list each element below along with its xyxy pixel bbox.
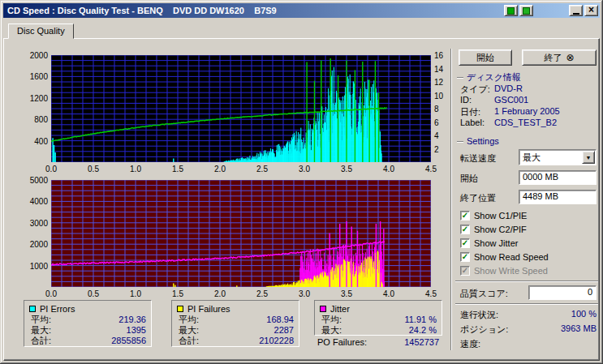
titlebar[interactable]: CD Speed : Disc Quality Test - BENQ DVD … [3, 3, 600, 18]
chevron-down-icon: ▼ [586, 155, 592, 161]
legend-pi-errors: PI Errors 平均:219.36 最大:1395 合計:2855856 [24, 300, 152, 347]
axis-tick: 3.5 [338, 289, 355, 298]
close-icon: × [588, 6, 594, 14]
axis-tick: 3000 [30, 219, 48, 228]
quality-score-label: 品質スコア: [460, 288, 508, 300]
legend-title: PI Failures [187, 304, 230, 314]
axis-tick: 0.0 [43, 165, 59, 173]
axis-tick: 1600 [30, 72, 48, 81]
exit-button[interactable]: 終了 ⊗ [522, 49, 597, 66]
position-label: ポジション: [460, 323, 508, 336]
legend-row: 最大:1395 [29, 325, 146, 336]
tab-disc-quality[interactable]: Disc Quality [8, 24, 74, 39]
jitter-swatch-icon [320, 306, 326, 312]
axis-tick: 0.0 [43, 289, 59, 298]
checkbox-box: ✓ [460, 211, 470, 221]
progress-label: 進行状況: [460, 309, 498, 321]
pi-failures-swatch-icon [177, 306, 183, 312]
group-line [457, 141, 463, 142]
window-title: CD Speed : Disc Quality Test - BENQ DVD … [7, 6, 502, 15]
axis-tick: 1200 [30, 94, 48, 103]
checkbox-box: ✓ [460, 266, 470, 276]
legend-row: 平均:168.94 [177, 315, 294, 325]
disc-type-value: DVD-R [494, 84, 523, 93]
titlebar-green-chart-button[interactable] [504, 5, 518, 16]
disc-label-value: CDS_TEST_B2 [494, 118, 557, 127]
po-failures-row: PO Failures: 1452737 [317, 337, 439, 347]
axis-tick: 2.5 [254, 289, 270, 298]
axis-tick: 1.0 [127, 165, 144, 173]
separator [455, 303, 598, 304]
axis-tick: 2000 [30, 51, 48, 60]
dropdown-button[interactable]: ▼ [582, 151, 595, 164]
legend-row: 平均:11.91 % [320, 315, 437, 325]
settings-header: Settings [457, 136, 499, 146]
checkbox-show-write-speed: ✓ Show Write Speed [460, 266, 548, 276]
titlebar-green-save-button[interactable] [519, 5, 533, 16]
end-position-label: 終了位置 [460, 192, 496, 204]
axis-tick: 1.5 [170, 289, 186, 298]
position-row: ポジション: 3963 MB [460, 323, 597, 336]
axis-tick: 3.0 [296, 165, 312, 173]
legend-title: PI Errors [40, 304, 75, 314]
check-icon: ✓ [462, 239, 468, 247]
legend-row: 最大:24.2 % [320, 325, 437, 336]
chart-plot [51, 55, 431, 162]
speed-select-label: 転送速度 [460, 152, 496, 165]
disc-date-label: 日付: [460, 106, 480, 118]
axis-tick: 2000 [30, 240, 48, 249]
end-position-field[interactable]: 4489 MB [519, 190, 597, 204]
legend-row: 合計:2102228 [177, 336, 294, 346]
minimize-button[interactable] [569, 5, 583, 16]
group-line [457, 77, 463, 78]
axis-tick: 4.0 [381, 165, 397, 173]
disc-date-value: 1 February 2005 [494, 106, 560, 116]
axis-tick: 8 [434, 105, 439, 113]
checkbox-show-c1-pie[interactable]: ✓ Show C1/PIE [460, 211, 527, 221]
start-button[interactable]: 開始 [459, 49, 512, 66]
quality-score-field: 0 [528, 285, 597, 300]
check-icon: ✓ [462, 225, 468, 233]
legend-title: Jitter [330, 304, 350, 314]
checkbox-show-c2-pif[interactable]: ✓ Show C2/PIF [460, 225, 527, 234]
legend-jitter: Jitter 平均:11.91 % 最大:24.2 % [314, 300, 442, 336]
axis-tick: 10 [434, 92, 443, 101]
disc-id-value: GSC001 [494, 95, 528, 105]
green-save-icon [523, 7, 530, 15]
axis-tick: 400 [34, 137, 48, 146]
axis-tick: 16 [434, 51, 443, 60]
checkbox-box: ✓ [460, 238, 470, 248]
axis-tick: 2.0 [212, 165, 228, 173]
close-button[interactable]: × [584, 5, 598, 16]
axis-tick: 6 [434, 118, 439, 127]
legend-row: 合計:2855856 [29, 336, 146, 346]
axis-tick: 3.5 [338, 165, 355, 173]
axis-tick: 4000 [30, 197, 48, 206]
start-position-field[interactable]: 0000 MB [519, 170, 597, 185]
legend-pi-failures: PI Failures 平均:168.94 最大:2287 合計:2102228 [171, 300, 299, 347]
axis-tick: 5000 [30, 176, 48, 185]
top-chart: 2000160012008004001614121086420.00.51.01… [51, 55, 431, 162]
axis-tick: 1.5 [170, 165, 186, 173]
checkbox-box: ✓ [460, 252, 470, 262]
disc-info-header: ディスク情報 [457, 71, 521, 84]
axis-tick: 14 [434, 65, 443, 74]
bottom-chart: 500040003000200010000.00.51.01.52.02.53.… [51, 180, 431, 287]
axis-tick: 4 [434, 131, 439, 140]
check-icon: ✓ [462, 253, 468, 261]
minimize-icon [573, 13, 579, 15]
speed-label: 速度: [460, 338, 480, 350]
position-value: 3963 MB [561, 323, 597, 336]
disc-label-label: Label: [460, 118, 485, 127]
checkbox-show-read-speed[interactable]: ✓ Show Read Speed [460, 252, 549, 262]
speed-select-value: 最大 [523, 152, 541, 164]
axis-tick: 4.5 [423, 165, 439, 173]
disc-type-label: タイプ: [460, 84, 490, 96]
panel-separator [450, 49, 451, 350]
progress-row: 進行状況: 100 % [460, 309, 597, 321]
legend-row: 平均:219.36 [29, 315, 146, 325]
speed-select[interactable]: 最大 ▼ [519, 149, 597, 165]
checkbox-show-jitter[interactable]: ✓ Show Jitter [460, 238, 518, 248]
axis-tick: 800 [34, 115, 48, 124]
axis-tick: 12 [434, 78, 443, 87]
